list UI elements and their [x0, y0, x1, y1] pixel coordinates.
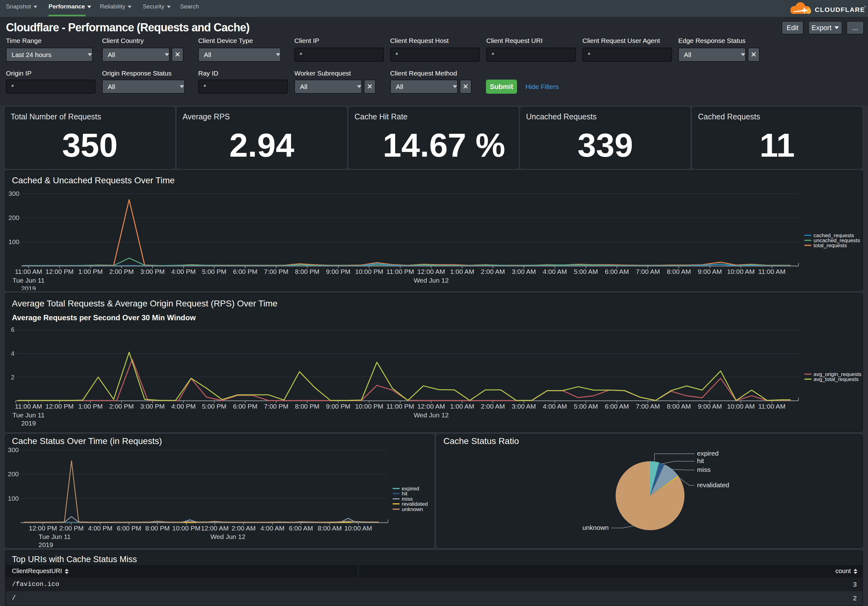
svg-text:6: 6: [11, 326, 14, 333]
svg-text:11:00 AM: 11:00 AM: [758, 268, 785, 275]
svg-text:Wed Jun 12: Wed Jun 12: [211, 533, 245, 540]
svg-text:12:00 PM: 12:00 PM: [45, 402, 74, 410]
svg-text:2019: 2019: [39, 541, 53, 548]
svg-text:8:00 PM: 8:00 PM: [295, 268, 319, 275]
svg-text:300: 300: [8, 190, 19, 197]
svg-text:3:00 PM: 3:00 PM: [140, 402, 165, 410]
svg-text:Cached & Uncached Requests Ove: Cached & Uncached Requests Over Time: [12, 176, 175, 185]
svg-text:7:00 AM: 7:00 AM: [636, 402, 660, 410]
svg-text:Wed Jun 12: Wed Jun 12: [414, 277, 449, 284]
svg-text:11:00 AM: 11:00 AM: [15, 402, 42, 410]
svg-text:2:00 PM: 2:00 PM: [109, 268, 134, 275]
svg-text:expired: expired: [697, 450, 719, 457]
svg-text:4:00 AM: 4:00 AM: [542, 402, 567, 410]
svg-text:unknown: unknown: [402, 507, 423, 512]
svg-text:12:00 PM: 12:00 PM: [45, 268, 74, 275]
svg-text:Average Requests per Second Ov: Average Requests per Second Over 30 Min …: [12, 313, 196, 322]
svg-text:11:00 AM: 11:00 AM: [15, 268, 42, 275]
svg-text:10:00 PM: 10:00 PM: [355, 268, 383, 275]
svg-text:6:00 PM: 6:00 PM: [233, 402, 257, 410]
svg-text:6:00 PM: 6:00 PM: [117, 525, 141, 532]
svg-text:10:00 AM: 10:00 AM: [727, 402, 755, 410]
svg-text:6:00 AM: 6:00 AM: [604, 268, 629, 275]
svg-text:revalidated: revalidated: [697, 481, 729, 488]
svg-text:10:00 AM: 10:00 AM: [344, 525, 372, 532]
svg-text:8:00 AM: 8:00 AM: [666, 268, 691, 275]
svg-text:1:00 AM: 1:00 AM: [450, 268, 474, 275]
svg-text:200: 200: [8, 214, 19, 221]
svg-text:4:00 PM: 4:00 PM: [171, 268, 196, 275]
svg-text:4:00 AM: 4:00 AM: [542, 268, 567, 275]
svg-text:10:00 PM: 10:00 PM: [172, 525, 200, 532]
svg-text:2:00 AM: 2:00 AM: [231, 525, 256, 532]
svg-text:1:00 AM: 1:00 AM: [450, 402, 474, 410]
svg-text:7:00 PM: 7:00 PM: [264, 402, 288, 410]
svg-text:300: 300: [8, 446, 19, 454]
svg-text:12:00 AM: 12:00 AM: [201, 525, 229, 532]
svg-text:hit: hit: [697, 457, 704, 465]
svg-text:6:00 PM: 6:00 PM: [233, 268, 257, 275]
svg-text:3:00 AM: 3:00 AM: [512, 402, 536, 410]
svg-text:5:00 AM: 5:00 AM: [574, 268, 598, 275]
svg-text:10:00 PM: 10:00 PM: [355, 402, 383, 410]
svg-text:8:00 AM: 8:00 AM: [318, 525, 342, 532]
svg-text:Cache Status Over Time (in Req: Cache Status Over Time (in Requests): [12, 436, 162, 446]
svg-text:200: 200: [8, 470, 19, 477]
svg-text:11:00 PM: 11:00 PM: [386, 268, 414, 275]
svg-text:100: 100: [8, 495, 19, 502]
svg-text:6:00 AM: 6:00 AM: [289, 525, 313, 532]
svg-text:9:00 AM: 9:00 AM: [698, 402, 722, 410]
svg-text:3:00 AM: 3:00 AM: [512, 268, 536, 275]
svg-text:2:00 PM: 2:00 PM: [109, 402, 134, 410]
svg-text:3:00 PM: 3:00 PM: [140, 268, 165, 275]
svg-text:11:00 AM: 11:00 AM: [758, 402, 785, 410]
svg-text:Wed Jun 12: Wed Jun 12: [414, 412, 449, 419]
svg-text:11:00 PM: 11:00 PM: [386, 402, 414, 410]
svg-text:10:00 AM: 10:00 AM: [727, 268, 755, 275]
svg-text:9:00 PM: 9:00 PM: [326, 402, 350, 410]
svg-text:1:00 PM: 1:00 PM: [78, 268, 103, 275]
svg-text:Cache Status Ratio: Cache Status Ratio: [443, 436, 519, 446]
svg-text:4:00 AM: 4:00 AM: [260, 525, 284, 532]
svg-text:5:00 AM: 5:00 AM: [574, 402, 598, 410]
svg-text:8:00 PM: 8:00 PM: [145, 525, 170, 532]
svg-text:8:00 PM: 8:00 PM: [295, 402, 319, 410]
svg-text:avg_total_requests: avg_total_requests: [814, 376, 859, 382]
svg-text:100: 100: [8, 238, 19, 246]
svg-text:Average Total Requests & Avera: Average Total Requests & Average Origin …: [12, 298, 277, 308]
svg-text:9:00 PM: 9:00 PM: [326, 268, 350, 275]
svg-text:12:00 PM: 12:00 PM: [29, 525, 57, 532]
svg-text:unknown: unknown: [583, 524, 609, 531]
svg-text:Tue Jun 11: Tue Jun 11: [12, 412, 45, 419]
svg-text:4: 4: [11, 350, 14, 357]
svg-text:7:00 PM: 7:00 PM: [264, 268, 288, 275]
svg-text:2: 2: [11, 374, 14, 381]
svg-text:4:00 PM: 4:00 PM: [171, 402, 196, 410]
svg-text:Tue Jun 11: Tue Jun 11: [39, 533, 71, 540]
svg-text:miss: miss: [697, 466, 710, 473]
svg-text:total_requests: total_requests: [814, 242, 847, 249]
svg-text:12:00 AM: 12:00 AM: [417, 402, 445, 410]
svg-text:2019: 2019: [21, 420, 36, 427]
svg-text:4:00 PM: 4:00 PM: [88, 525, 112, 532]
svg-text:1:00 PM: 1:00 PM: [78, 402, 103, 410]
svg-text:6:00 AM: 6:00 AM: [604, 402, 629, 410]
svg-text:5:00 PM: 5:00 PM: [202, 402, 226, 410]
svg-text:2:00 AM: 2:00 AM: [480, 268, 505, 275]
svg-text:5:00 PM: 5:00 PM: [202, 268, 226, 275]
svg-text:12:00 AM: 12:00 AM: [417, 268, 445, 275]
svg-text:2:00 PM: 2:00 PM: [59, 525, 84, 532]
svg-text:Tue Jun 11: Tue Jun 11: [12, 277, 45, 284]
svg-text:9:00 AM: 9:00 AM: [698, 268, 722, 275]
svg-text:8:00 AM: 8:00 AM: [666, 402, 691, 410]
svg-text:7:00 AM: 7:00 AM: [636, 268, 660, 275]
svg-text:2:00 AM: 2:00 AM: [480, 402, 505, 410]
svg-text:2019: 2019: [21, 285, 36, 291]
svg-text:CLOUDFLARE: CLOUDFLARE: [815, 6, 865, 13]
